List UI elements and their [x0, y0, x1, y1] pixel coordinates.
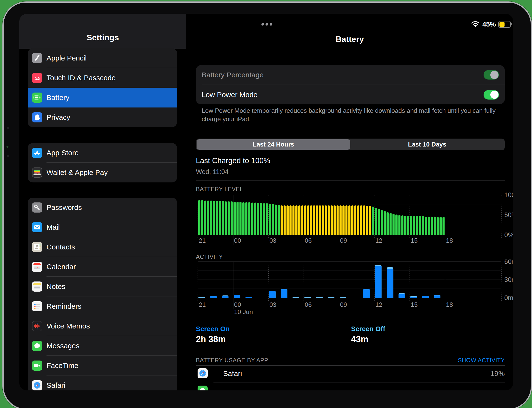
sidebar-group-1: Apple Pencil Touch ID & Passcode Battery [28, 48, 177, 127]
battery-percentage-toggle[interactable] [484, 70, 499, 79]
last-charged-title: Last Charged to 100% [196, 156, 270, 165]
segment-last-10-days[interactable]: Last 10 Days [350, 139, 504, 150]
screen-on-value: 2h 38m [196, 334, 226, 344]
sidebar-item-label: Mail [47, 223, 60, 231]
front-camera [7, 127, 9, 129]
battery-percentage-row: Battery Percentage [196, 65, 505, 85]
sidebar-item-apple-pencil[interactable]: Apple Pencil [28, 48, 177, 68]
sidebar-item-calendar[interactable]: Calendar [28, 257, 177, 277]
sidebar-item-label: Safari [47, 381, 65, 390]
svg-text:03: 03 [269, 237, 276, 244]
privacy-icon [32, 112, 42, 122]
sidebar-item-battery[interactable]: Battery [28, 88, 177, 108]
segment-last-24-hours[interactable]: Last 24 Hours [197, 139, 350, 150]
screen-off-label: Screen Off [351, 325, 385, 333]
sidebar-item-notes[interactable]: Notes [28, 277, 177, 297]
contacts-icon [32, 242, 42, 252]
sidebar-item-voice-memos[interactable]: Voice Memos [28, 316, 177, 336]
sidebar-item-passwords[interactable]: Passwords [28, 198, 177, 217]
status-battery-percent: 45% [482, 20, 496, 28]
sidebar-item-contacts[interactable]: Contacts [28, 237, 177, 257]
svg-text:18: 18 [446, 301, 453, 308]
last-charged-time: Wed, 11:04 [196, 168, 229, 176]
svg-text:15: 15 [411, 237, 418, 244]
svg-text:50%: 50% [504, 211, 513, 219]
svg-text:03: 03 [269, 301, 276, 308]
svg-text:60m: 60m [504, 260, 513, 265]
svg-text:09: 09 [340, 301, 347, 308]
sidebar-item-safari[interactable]: Safari [28, 375, 177, 391]
sidebar-item-touch-id-passcode[interactable]: Touch ID & Passcode [28, 68, 177, 88]
show-activity-link[interactable]: SHOW ACTIVITY [458, 357, 505, 364]
page-title: Battery [186, 34, 513, 44]
svg-text:10 Jun: 10 Jun [234, 308, 253, 315]
battery-level-chart: 2100030609121518100%50%0% [186, 191, 513, 249]
battery-usage-header: BATTERY USAGE BY APP [196, 357, 268, 364]
svg-text:15: 15 [411, 301, 418, 308]
time-range-segmented-control: Last 24 Hours Last 10 Days [196, 139, 505, 150]
sidebar-item-label: Calendar [47, 263, 76, 271]
sidebar-item-messages[interactable]: Messages [28, 336, 177, 356]
sidebar-item-label: Privacy [47, 113, 70, 121]
battery-detail-pane: Battery 45% Battery Percentage [186, 14, 513, 391]
passwords-icon [32, 203, 42, 212]
status-bar: 45% [471, 20, 511, 28]
low-power-mode-toggle[interactable] [484, 90, 499, 100]
svg-text:00: 00 [234, 301, 241, 308]
battery-icon [32, 93, 42, 103]
facetime-icon [32, 361, 42, 371]
safari-icon [32, 380, 42, 391]
svg-text:30m: 30m [504, 276, 513, 283]
voice-memos-icon [32, 321, 42, 331]
sidebar-item-label: Contacts [47, 243, 75, 251]
wifi-icon [471, 20, 480, 28]
sidebar-item-label: Battery [47, 94, 69, 102]
low-power-mode-row: Low Power Mode [196, 85, 505, 105]
sidebar-item-label: Apple Pencil [47, 54, 87, 62]
activity-chart: 210003060912151810 Jun60m30m0m [186, 260, 513, 320]
sidebar-item-mail[interactable]: Mail [28, 217, 177, 237]
svg-text:100%: 100% [504, 191, 513, 199]
svg-text:21: 21 [199, 237, 206, 244]
multitasking-indicator[interactable] [262, 23, 272, 26]
battery-percentage-label: Battery Percentage [202, 71, 264, 79]
sidebar-item-privacy[interactable]: Privacy [28, 108, 177, 127]
ipad-device-frame: Settings Apple Pencil Touch ID & Passcod… [2, 1, 532, 408]
sidebar-header: Settings [19, 14, 186, 49]
sidebar-item-label: Voice Memos [47, 322, 90, 330]
messages-icon [32, 341, 42, 351]
sidebar-group-2: App Store Wallet & Apple Pay [28, 143, 177, 182]
app-usage-row-partial[interactable] [196, 382, 505, 391]
sidebar-item-label: Passwords [47, 204, 82, 212]
app-store-icon [32, 148, 42, 158]
sidebar-item-label: App Store [47, 149, 78, 157]
divider [196, 180, 505, 180]
sidebar-item-wallet-apple-pay[interactable]: Wallet & Apple Pay [28, 163, 177, 182]
screen-on-label: Screen On [196, 325, 230, 333]
low-power-mode-label: Low Power Mode [202, 91, 258, 99]
app-battery-percent: 19% [490, 369, 505, 378]
svg-text:21: 21 [199, 301, 206, 308]
svg-text:0%: 0% [504, 231, 513, 238]
app-usage-row-safari[interactable]: Safari 19% [196, 365, 505, 382]
svg-text:12: 12 [375, 237, 382, 244]
sidebar-item-label: Wallet & Apple Pay [47, 169, 108, 177]
app-name: Safari [223, 369, 242, 378]
svg-text:0m: 0m [504, 294, 513, 301]
svg-text:06: 06 [305, 237, 312, 244]
reminders-icon [32, 301, 42, 311]
messages-icon [198, 386, 208, 391]
screen-off-value: 43m [351, 334, 368, 344]
settings-sidebar: Settings Apple Pencil Touch ID & Passcod… [19, 14, 186, 391]
sidebar-item-label: Messages [47, 342, 79, 350]
sidebar-item-app-store[interactable]: App Store [28, 143, 177, 163]
apple-pencil-icon [32, 53, 42, 63]
ipad-screen: Settings Apple Pencil Touch ID & Passcod… [19, 14, 513, 391]
calendar-icon [32, 262, 42, 272]
sidebar-item-facetime[interactable]: FaceTime [28, 356, 177, 375]
battery-status-icon [498, 21, 511, 28]
sidebar-item-reminders[interactable]: Reminders [28, 297, 177, 316]
activity-section-header: ACTIVITY [196, 254, 223, 260]
safari-icon [198, 368, 208, 378]
svg-text:06: 06 [305, 301, 312, 308]
